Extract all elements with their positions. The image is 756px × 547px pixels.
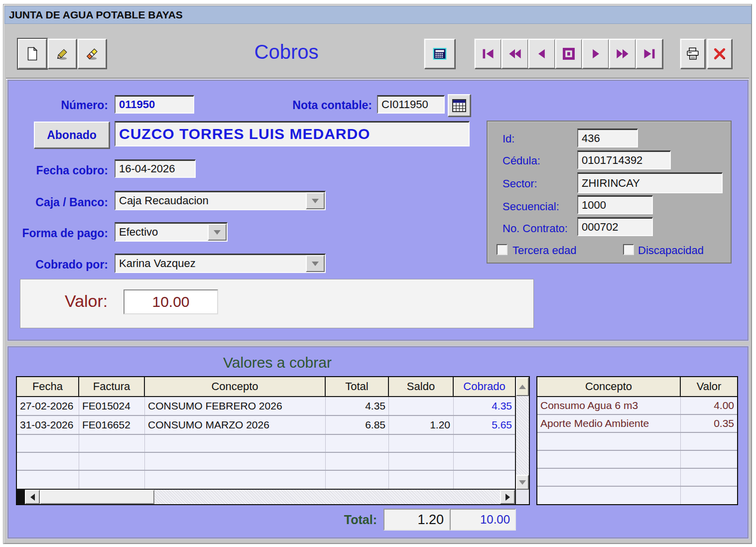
cell-empty: [537, 433, 681, 450]
horizontal-scroll-thumb[interactable]: [40, 490, 154, 504]
cell-saldo: 1.20: [389, 416, 454, 434]
nav-first-button[interactable]: [475, 39, 502, 69]
cell-cobrado: 5.65: [454, 416, 515, 434]
nav-previous-button[interactable]: [528, 39, 555, 69]
valor-input[interactable]: 10.00: [124, 289, 218, 314]
nota-contable-label: Nota contable:: [277, 99, 372, 112]
nota-contable-field[interactable]: CI011950: [377, 95, 445, 114]
print-button[interactable]: [680, 39, 705, 69]
total-cobrado-field: 10.00: [450, 509, 516, 531]
table-row-empty: [17, 471, 515, 489]
window-title: JUNTA DE AGUA POTABLE BAYAS: [9, 9, 183, 21]
header-factura[interactable]: Factura: [79, 377, 145, 396]
table-row-empty: [537, 487, 737, 504]
horizontal-scroll-track[interactable]: [154, 490, 500, 504]
titlebar: JUNTA DE AGUA POTABLE BAYAS: [4, 6, 752, 24]
header-concepto[interactable]: Concepto: [145, 377, 326, 396]
close-button[interactable]: [707, 39, 732, 69]
nav-fast-forward-button[interactable]: [609, 39, 636, 69]
sector-label: Sector:: [503, 177, 537, 190]
table-row-empty: [537, 469, 737, 487]
scroll-up-button[interactable]: [516, 377, 529, 396]
header-fecha[interactable]: Fecha: [17, 377, 79, 396]
cell-empty: [145, 471, 326, 489]
caja-banco-select[interactable]: Caja Recaudacion: [115, 191, 326, 210]
forma-pago-select[interactable]: Efectivo: [115, 222, 228, 242]
nav-next-button[interactable]: [582, 39, 609, 69]
cell-empty: [537, 451, 681, 468]
caja-banco-dropdown-button[interactable]: [306, 192, 325, 209]
id-field[interactable]: 436: [577, 129, 638, 147]
nav-record-button[interactable]: [555, 39, 582, 69]
cell-empty: [681, 433, 737, 450]
fecha-cobro-field[interactable]: 16-04-2026: [115, 159, 196, 178]
forma-pago-dropdown-button[interactable]: [208, 224, 227, 241]
header-valor[interactable]: Valor: [681, 377, 737, 396]
detalle-table: Concepto Valor Consumo Agua 6 m3 4.00 Ap…: [536, 376, 738, 505]
cobro-panel: Número: 011950 Nota contable: CI011950 A…: [7, 80, 749, 341]
printer-icon: [686, 47, 700, 61]
new-record-icon: [25, 47, 39, 61]
edit-pencil-icon: [55, 47, 69, 61]
cobrado-por-select[interactable]: Karina Vazquez: [115, 254, 326, 273]
cell-concepto: CONSUMO FEBRERO 2026: [145, 397, 326, 415]
table-row[interactable]: Consumo Agua 6 m3 4.00: [537, 397, 737, 415]
valores-table-body: Fecha Factura Concepto Total Saldo Cobra…: [17, 377, 515, 504]
vertical-scroll-track[interactable]: [516, 396, 529, 475]
edit-button[interactable]: [48, 39, 77, 69]
scroll-right-button[interactable]: [500, 490, 515, 504]
cell-concepto: CONSUMO MARZO 2026: [145, 416, 326, 434]
delete-button[interactable]: [78, 39, 107, 69]
header-concepto[interactable]: Concepto: [537, 377, 681, 396]
cell-empty: [145, 453, 326, 470]
scrollbar-grip: [17, 490, 25, 504]
table-row[interactable]: 27-02-2026 FE015024 CONSUMO FEBRERO 2026…: [17, 397, 515, 416]
fecha-cobro-label: Fecha cobro:: [31, 164, 108, 177]
cell-empty: [79, 453, 145, 470]
cell-empty: [537, 469, 681, 486]
cell-concepto: Consumo Agua 6 m3: [537, 397, 681, 414]
cell-empty: [537, 487, 681, 504]
cell-empty: [389, 435, 454, 452]
tercera-edad-checkbox[interactable]: [497, 244, 507, 255]
cell-total: 4.35: [326, 397, 389, 415]
nav-fast-rewind-icon: [508, 47, 522, 61]
cell-empty: [389, 471, 454, 489]
nav-last-button[interactable]: [636, 39, 663, 69]
forma-pago-value: Efectivo: [116, 224, 208, 241]
cell-empty: [326, 453, 389, 470]
table-row-empty: [17, 435, 515, 453]
cedula-field[interactable]: 0101714392: [577, 150, 671, 169]
arrow-up-icon: [519, 385, 526, 389]
vertical-scrollbar[interactable]: [515, 377, 529, 504]
nota-contable-lookup-button[interactable]: [448, 94, 471, 117]
secuencial-field[interactable]: 1000: [577, 195, 653, 214]
horizontal-scrollbar[interactable]: [17, 489, 515, 504]
header-saldo[interactable]: Saldo: [389, 377, 454, 396]
valores-table: Fecha Factura Concepto Total Saldo Cobra…: [16, 376, 530, 505]
cell-fecha: 31-03-2026: [17, 416, 79, 434]
cell-empty: [79, 435, 145, 452]
arrow-left-icon: [30, 494, 35, 501]
table-row-empty: [537, 433, 737, 451]
cell-factura: FE016652: [79, 416, 145, 434]
nav-fast-rewind-button[interactable]: [502, 39, 528, 69]
new-record-button[interactable]: [18, 39, 47, 69]
header-total[interactable]: Total: [326, 377, 389, 396]
numero-field[interactable]: 011950: [115, 95, 194, 114]
table-row[interactable]: Aporte Medio Ambiente 0.35: [537, 415, 737, 433]
cell-empty: [145, 435, 326, 452]
table-row[interactable]: 31-03-2026 FE016652 CONSUMO MARZO 2026 6…: [17, 416, 515, 435]
scroll-down-button[interactable]: [516, 475, 529, 490]
cobrado-por-label: Cobrado por:: [28, 258, 108, 271]
valor-label: Valor:: [65, 291, 108, 311]
discapacidad-checkbox[interactable]: [623, 244, 634, 255]
contrato-field[interactable]: 000702: [577, 217, 653, 236]
calculator-button[interactable]: [424, 39, 455, 69]
abonado-name-field[interactable]: CUZCO TORRES LUIS MEDARDO: [115, 121, 470, 146]
header-cobrado[interactable]: Cobrado: [454, 377, 515, 396]
cobrado-por-dropdown-button[interactable]: [306, 255, 325, 272]
sector-field[interactable]: ZHIRINCAY: [577, 172, 723, 193]
abonado-button[interactable]: Abonado: [34, 122, 110, 148]
scroll-left-button[interactable]: [25, 490, 40, 504]
